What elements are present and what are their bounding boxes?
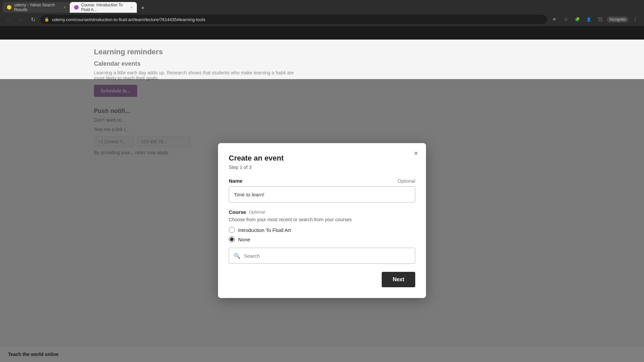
bookmark-icon[interactable]: ☆ — [561, 15, 571, 24]
name-input[interactable] — [229, 186, 415, 202]
radio-none-input[interactable] — [229, 236, 235, 242]
search-icon: 🔍 — [234, 253, 240, 259]
screen-reader-icon[interactable]: 👁 — [550, 15, 559, 24]
browser-actions: 👁 ☆ 🧩 👤 ⬛ Incognito ⋮ — [550, 15, 640, 24]
forward-button[interactable]: → — [16, 15, 25, 24]
tab-udemy[interactable]: 🟣 Course: Introduction To Fluid A... × — [70, 2, 137, 13]
name-field-row: Name Optional — [229, 178, 415, 184]
sidebar-icon[interactable]: ⬛ — [595, 15, 605, 24]
course-radio-group: Introduction To Fluid Art None — [229, 227, 415, 242]
yahoo-favicon: 🟡 — [7, 5, 11, 10]
course-search-input[interactable] — [244, 253, 410, 259]
browser-chrome: 🟡 udemy - Yahoo Search Results × 🟣 Cours… — [0, 0, 644, 26]
radio-none-label: None — [238, 237, 250, 242]
lock-icon: 🔒 — [44, 17, 49, 22]
back-button[interactable]: ← — [4, 15, 13, 24]
url-bar[interactable]: 🔒 udemy.com/course/introduction-to-fluid… — [40, 15, 547, 24]
modal-overlay: × Create an event Step 1 of 3 Name Optio… — [0, 79, 644, 362]
radio-none[interactable]: None — [229, 236, 415, 242]
calendar-events-heading: Calendar events — [94, 60, 550, 67]
tab-bar: 🟡 udemy - Yahoo Search Results × 🟣 Cours… — [0, 0, 644, 13]
radio-intro-fluid-input[interactable] — [229, 227, 235, 233]
refresh-button[interactable]: ↻ — [28, 15, 38, 24]
tab-yahoo-close[interactable]: × — [63, 5, 66, 10]
course-search-box[interactable]: 🔍 — [229, 248, 415, 264]
address-bar: ← → ↻ 🔒 udemy.com/course/introduction-to… — [0, 13, 644, 26]
page-background: Learning reminders Calendar events Learn… — [0, 40, 644, 362]
create-event-modal: × Create an event Step 1 of 3 Name Optio… — [218, 143, 426, 298]
course-label: Course — [229, 209, 246, 215]
learning-reminders-title: Learning reminders — [94, 48, 550, 56]
new-tab-button[interactable]: + — [138, 3, 148, 13]
next-button[interactable]: Next — [382, 272, 415, 287]
profile-icon[interactable]: 👤 — [584, 15, 593, 24]
url-text: udemy.com/course/introduction-to-fluid-a… — [52, 17, 205, 22]
tab-yahoo-label: udemy - Yahoo Search Results — [14, 3, 59, 12]
modal-step: Step 1 of 3 — [229, 165, 415, 170]
tab-udemy-close[interactable]: × — [130, 5, 133, 10]
udemy-favicon: 🟣 — [74, 5, 78, 10]
tab-yahoo[interactable]: 🟡 udemy - Yahoo Search Results × — [3, 2, 70, 13]
tab-udemy-label: Course: Introduction To Fluid A... — [81, 3, 126, 12]
name-label: Name — [229, 178, 243, 184]
modal-footer: Next — [229, 272, 415, 287]
course-label-row: Course Optional — [229, 209, 415, 215]
radio-intro-fluid[interactable]: Introduction To Fluid Art — [229, 227, 415, 233]
course-hint: Choose from your most recent or search f… — [229, 217, 415, 222]
modal-close-button[interactable]: × — [411, 148, 421, 158]
extensions-icon[interactable]: 🧩 — [573, 15, 582, 24]
radio-intro-fluid-label: Introduction To Fluid Art — [238, 227, 291, 233]
modal-title: Create an event — [229, 154, 415, 163]
course-optional: Optional — [249, 209, 265, 215]
incognito-badge: Incognito — [607, 16, 629, 22]
name-optional: Optional — [398, 178, 415, 184]
more-options-icon[interactable]: ⋮ — [631, 15, 640, 24]
